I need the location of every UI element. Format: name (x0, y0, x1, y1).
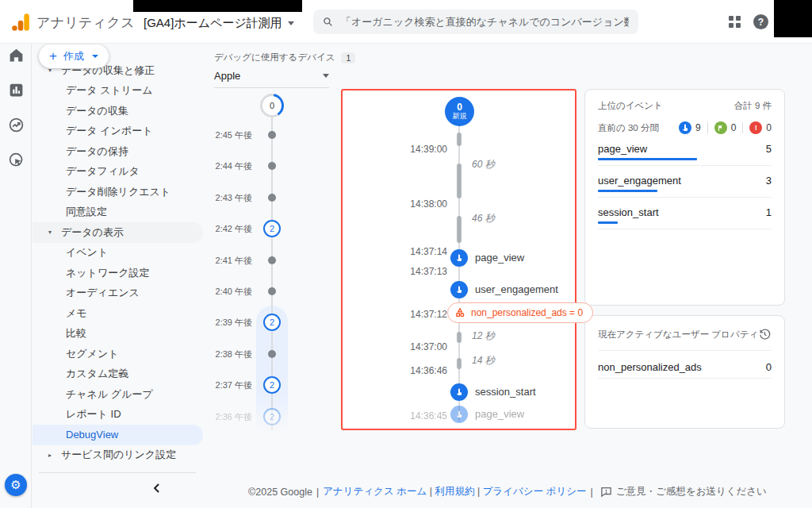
explore-icon[interactable] (8, 117, 25, 133)
admin-gear-icon[interactable]: ⚙ (5, 474, 27, 496)
sidebar-item-label: データの保持 (66, 144, 128, 159)
event-tap-icon[interactable] (450, 383, 468, 401)
duration-label: 46 秒 (472, 212, 495, 225)
event-bar (598, 221, 618, 224)
sidebar-item[interactable]: カスタム定義 (33, 364, 203, 385)
duration-label: 14 秒 (472, 354, 495, 368)
minute-dot (268, 194, 276, 202)
create-button[interactable]: + 作成 (39, 44, 109, 68)
minute-tick-time: 2:40 午後 (206, 286, 252, 298)
event-row: session_start1 (598, 206, 772, 229)
sidebar-item[interactable]: セグメント (33, 344, 203, 364)
footer: ©2025 Google | アナリティクス ホーム | 利用規約 | プライバ… (203, 485, 812, 498)
search-input[interactable]: 「オーガニック検索と直接的なチャネルでのコンバージョン数の比較... (313, 10, 638, 34)
event-label[interactable]: user_engagement (475, 283, 558, 295)
device-picker-label: デバッグに使用するデバイス (214, 52, 335, 64)
sidebar-item-label: サービス間のリンク設定 (61, 448, 176, 462)
analytics-logo-icon (10, 12, 31, 33)
user-property-row: non_personalized_ads0 (598, 361, 772, 373)
sidebar-item[interactable]: チャネル グループ (33, 384, 203, 405)
top-events-total: 合計 9 件 (734, 100, 772, 112)
conversions-icon (714, 121, 727, 134)
sidebar-item[interactable]: データ インポート (33, 121, 203, 142)
minute-dot (268, 162, 276, 170)
sidebar-item[interactable]: 同意設定 (33, 202, 203, 223)
minutes-head-count: 0 (262, 96, 282, 115)
top-events-title: 上位のイベント (598, 100, 663, 112)
sidebar-item[interactable]: データの収集 (33, 101, 203, 121)
footer-link[interactable]: アナリティクス ホーム (323, 486, 427, 497)
minute-dot (268, 287, 276, 295)
event-tap-icon[interactable] (450, 249, 468, 267)
collapse-sidebar-icon[interactable] (149, 480, 165, 496)
sidebar-item[interactable]: DebugView (33, 425, 203, 445)
seconds-timeline-panel: 0 新規 14:39:0060 秒14:38:0046 秒14:37:14pag… (341, 89, 576, 430)
footer-link[interactable]: プライバシー ポリシー (483, 486, 587, 497)
footer-link[interactable]: 利用規約 (435, 486, 474, 497)
sidebar-item[interactable]: ネットワーク設定 (33, 263, 203, 283)
sidebar-item[interactable]: レポート ID (33, 405, 203, 425)
activity-segment (457, 133, 462, 146)
divider (598, 197, 772, 198)
sidebar-item-label: データ インポート (66, 124, 152, 138)
sidebar-item-label: データの表示 (61, 225, 124, 240)
sidebar-divider (39, 472, 196, 473)
create-label: 作成 (63, 49, 84, 64)
copyright: ©2025 Google (248, 487, 312, 498)
sidebar-item[interactable]: ▾データの表示 (33, 222, 203, 243)
property-selector[interactable]: [GA4]ホームページ計測用 (144, 16, 294, 31)
sidebar-item[interactable]: データ ストリーム (33, 81, 203, 102)
home-icon[interactable] (8, 47, 25, 64)
plus-icon: + (49, 48, 57, 64)
errors-count: 0 (766, 122, 772, 133)
event-name[interactable]: session_start (598, 206, 659, 218)
minute-count-circle[interactable]: 2 (263, 220, 281, 237)
device-select[interactable]: Apple (214, 70, 329, 88)
debug-device-picker: デバッグに使用するデバイス 1 Apple (214, 52, 329, 88)
event-name[interactable]: user_engagement (598, 175, 681, 187)
sidebar-item[interactable]: イベント (33, 243, 203, 264)
minute-count-circle[interactable]: 2 (263, 408, 281, 425)
sidebar-item[interactable]: オーディエンス (33, 283, 203, 304)
event-label[interactable]: session_start (475, 386, 536, 398)
sidebar-item[interactable]: データ削除リクエスト (33, 182, 203, 202)
event-label[interactable]: page_view (475, 408, 524, 420)
sidebar-item-label: レポート ID (66, 407, 121, 421)
event-tap-icon[interactable] (450, 281, 468, 298)
sidebar-item-label: データフィルタ (66, 164, 140, 179)
duration-label: 12 秒 (472, 329, 495, 343)
minute-dot (268, 350, 276, 358)
second-time-label: 14:37:13 (343, 266, 447, 277)
chevron-down-icon (288, 21, 294, 25)
help-icon[interactable]: ? (753, 14, 768, 29)
minute-dot (268, 131, 276, 139)
apps-grid-icon[interactable] (729, 16, 741, 28)
event-bar (598, 190, 657, 192)
reports-icon[interactable] (8, 82, 25, 98)
property-name: [GA4]ホームページ計測用 (144, 16, 282, 31)
minute-tick-time: 2:37 午後 (206, 379, 252, 391)
minute-tick-time: 2:45 午後 (206, 129, 252, 141)
sidebar-item[interactable]: ▸サービス間のリンク設定 (33, 445, 203, 466)
sidebar-item[interactable]: データフィルタ (33, 162, 203, 183)
sidebar-item[interactable]: データの保持 (33, 141, 203, 162)
sidebar-item[interactable]: 比較 (33, 324, 203, 344)
avatar[interactable] (774, 0, 812, 37)
sidebar-item-label: ネットワーク設定 (66, 266, 150, 280)
user-property-label: non_personalized_ads = 0 (471, 307, 583, 318)
feedback-label[interactable]: ご意見・ご感想をお送りください (616, 485, 767, 498)
event-tap-icon[interactable] (450, 406, 468, 423)
event-row: page_view5 (598, 143, 772, 166)
errors-icon: ! (749, 121, 762, 134)
user-properties-title: 現在アクティブなユーザー プロパティ (598, 329, 758, 341)
seconds-head-circle: 0 新規 (445, 97, 474, 126)
user-property-pill[interactable]: non_personalized_ads = 0 (447, 302, 593, 323)
advertising-icon[interactable] (8, 152, 25, 168)
events-counter: 9 (679, 121, 701, 134)
minute-dot (268, 256, 276, 264)
history-icon[interactable] (758, 326, 772, 342)
second-time-label: 14:36:45 (343, 410, 447, 421)
sidebar-item[interactable]: メモ (33, 303, 203, 324)
event-label[interactable]: page_view (475, 252, 524, 264)
event-name[interactable]: page_view (598, 143, 647, 155)
